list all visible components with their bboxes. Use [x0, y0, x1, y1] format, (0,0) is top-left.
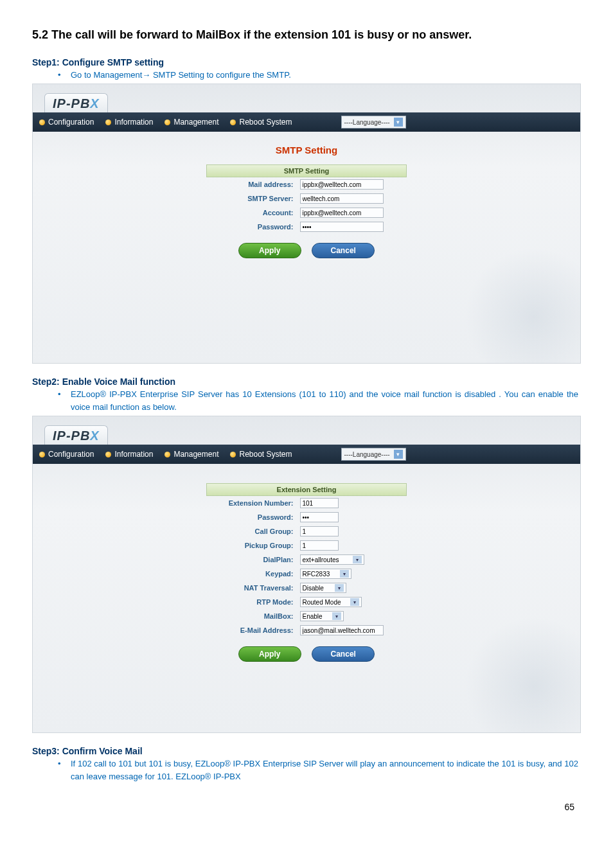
logo-bar: IP-PBX — [33, 416, 580, 445]
logo-text-prefix: IP-PB — [53, 429, 90, 443]
ext-password-input[interactable] — [300, 512, 339, 522]
nav-configuration[interactable]: Configuration — [39, 118, 94, 127]
ext-callgroup-label: Call Group: — [207, 524, 297, 538]
cancel-button[interactable]: Cancel — [312, 243, 375, 258]
logo: IP-PBX — [44, 425, 108, 445]
nav-dot-icon — [230, 452, 236, 457]
ext-nat-label: NAT Traversal: — [207, 581, 297, 595]
ext-nat-select[interactable]: Disable▾ — [300, 583, 346, 593]
nav-information[interactable]: Information — [105, 450, 153, 459]
nav-dot-icon — [105, 120, 111, 125]
nav-reboot-label: Reboot System — [239, 450, 292, 459]
panel-body: SMTP Setting SMTP Setting Mail address: … — [33, 132, 580, 363]
step3-bullet: •If 102 call to 101 but 101 is busy, EZL… — [58, 757, 581, 783]
nav-reboot[interactable]: Reboot System — [230, 118, 292, 127]
ext-nat-value: Disable — [303, 585, 324, 592]
step1-bullet: •Go to Management→ SMTP Setting to confi… — [58, 69, 581, 82]
nav-management-label: Management — [173, 118, 218, 127]
smtp-form-header: SMTP Setting — [206, 164, 407, 177]
smtp-password-input[interactable] — [300, 222, 384, 232]
smtp-screenshot: IP-PBX Configuration Information Managem… — [32, 84, 581, 364]
ext-number-label: Extension Number: — [207, 496, 297, 510]
smtp-account-input[interactable] — [300, 208, 384, 218]
nav-information[interactable]: Information — [105, 118, 153, 127]
smtp-panel-title: SMTP Setting — [33, 145, 580, 155]
section-heading: 5.2 The call will be forward to MailBox … — [32, 26, 581, 44]
chevron-down-icon: ▾ — [340, 570, 349, 578]
smtp-server-input[interactable] — [300, 193, 384, 204]
extension-form-table: Extension Number: Password: Call Group: … — [207, 496, 406, 637]
nav-dot-icon — [105, 452, 111, 457]
logo-bar: IP-PBX — [33, 84, 580, 112]
button-row: Apply Cancel — [33, 243, 580, 258]
bullet-dot-icon: • — [58, 69, 71, 82]
nav-bar: Configuration Information Management Reb… — [33, 112, 580, 132]
ext-rtp-select[interactable]: Routed Mode▾ — [300, 597, 362, 607]
step2-bullet-text: EZLoop® IP-PBX Enterprise SIP Server has… — [71, 388, 578, 413]
nav-dot-icon — [230, 120, 236, 125]
chevron-down-icon: ▾ — [350, 598, 359, 606]
ext-keypad-value: RFC2833 — [303, 571, 330, 578]
nav-configuration-label: Configuration — [48, 118, 94, 127]
ext-number-input[interactable] — [300, 498, 339, 508]
bullet-dot-icon: • — [58, 757, 71, 770]
nav-information-label: Information — [114, 450, 153, 459]
nav-management[interactable]: Management — [164, 450, 218, 459]
language-select-value: ----Language---- — [344, 119, 390, 126]
ext-rtp-label: RTP Mode: — [207, 595, 297, 609]
logo-text-prefix: IP-PB — [53, 96, 90, 111]
language-select[interactable]: ----Language---- ▾ — [341, 448, 406, 461]
nav-configuration-label: Configuration — [48, 450, 94, 459]
ext-mailbox-label: MailBox: — [207, 609, 297, 623]
ext-dialplan-select[interactable]: ext+allroutes▾ — [300, 554, 364, 565]
ext-dialplan-value: ext+allroutes — [303, 556, 339, 563]
ext-rtp-value: Routed Mode — [303, 599, 341, 606]
mail-address-input[interactable] — [300, 179, 384, 190]
mail-address-label: Mail address: — [207, 177, 297, 191]
language-select[interactable]: ----Language---- ▾ — [341, 116, 406, 128]
step3-heading: Step3: Confirm Voice Mail — [32, 746, 581, 756]
bullet-dot-icon: • — [58, 388, 71, 401]
chevron-down-icon: ▾ — [335, 584, 344, 592]
ext-mailbox-value: Enable — [303, 613, 323, 620]
ext-email-input[interactable] — [300, 625, 384, 635]
ext-pickup-input[interactable] — [300, 540, 339, 551]
nav-reboot[interactable]: Reboot System — [230, 450, 292, 459]
logo: IP-PBX — [44, 93, 108, 112]
chevron-down-icon: ▾ — [394, 118, 403, 127]
ext-callgroup-input[interactable] — [300, 526, 339, 536]
nav-dot-icon — [164, 120, 170, 125]
apply-button[interactable]: Apply — [238, 646, 301, 662]
nav-management[interactable]: Management — [164, 118, 218, 127]
nav-configuration[interactable]: Configuration — [39, 450, 94, 459]
smtp-password-label: Password: — [207, 220, 297, 234]
ext-keypad-label: Keypad: — [207, 567, 297, 581]
smtp-form-table: Mail address: SMTP Server: Account: Pass… — [207, 177, 406, 234]
logo-text-suffix: X — [90, 429, 99, 443]
chevron-down-icon: ▾ — [353, 556, 362, 563]
step3-bullet-text: If 102 call to 101 but 101 is busy, EZLo… — [71, 757, 578, 783]
ext-mailbox-select[interactable]: Enable▾ — [300, 611, 344, 621]
smtp-account-label: Account: — [207, 206, 297, 220]
extension-screenshot: IP-PBX Configuration Information Managem… — [32, 416, 581, 733]
button-row: Apply Cancel — [33, 646, 580, 662]
chevron-down-icon: ▾ — [332, 612, 341, 620]
ext-pickup-label: Pickup Group: — [207, 538, 297, 553]
page-number: 65 — [32, 802, 581, 812]
language-select-value: ----Language---- — [344, 451, 390, 458]
nav-dot-icon — [164, 452, 170, 457]
step1-heading: Step1: Configure SMTP setting — [32, 57, 581, 67]
cancel-button[interactable]: Cancel — [312, 646, 375, 662]
step2-heading: Step2: Enable Voice Mail function — [32, 376, 581, 387]
ext-keypad-select[interactable]: RFC2833▾ — [300, 569, 351, 579]
nav-bar: Configuration Information Management Reb… — [33, 445, 580, 464]
apply-button[interactable]: Apply — [238, 243, 301, 258]
nav-dot-icon — [39, 120, 45, 125]
ext-email-label: E-Mail Address: — [207, 623, 297, 637]
panel-body: Extension Setting Extension Number: Pass… — [33, 464, 580, 732]
logo-text-suffix: X — [90, 96, 99, 111]
nav-management-label: Management — [173, 450, 218, 459]
smtp-server-label: SMTP Server: — [207, 191, 297, 206]
ext-password-label: Password: — [207, 510, 297, 524]
extension-form-header: Extension Setting — [206, 483, 407, 496]
